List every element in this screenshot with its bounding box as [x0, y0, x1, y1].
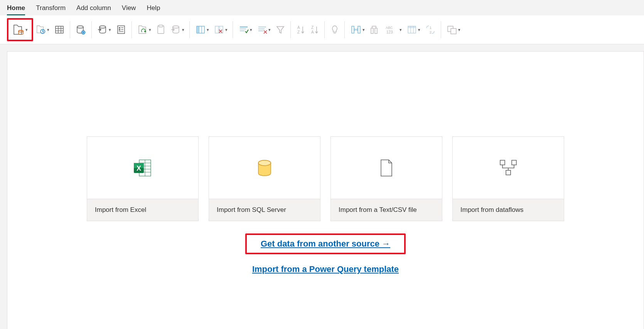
enter-data-button[interactable] [52, 20, 67, 39]
advanced-editor-icon [170, 24, 181, 35]
manage-connections-button[interactable]: ▾ [95, 20, 113, 39]
recent-sources-icon [35, 24, 46, 35]
ideas-button[interactable] [328, 20, 342, 39]
svg-point-8 [77, 26, 83, 28]
chevron-down-icon: ▾ [109, 27, 111, 32]
import-from-excel-label: Import from Excel [87, 199, 198, 221]
svg-text:123: 123 [386, 30, 393, 34]
svg-rect-18 [159, 25, 163, 27]
remove-rows-icon [257, 24, 268, 35]
data-type-icon: ABC 123 [385, 24, 399, 35]
tab-help[interactable]: Help [147, 4, 160, 15]
svg-rect-13 [119, 29, 120, 30]
svg-text:X: X [137, 164, 141, 172]
svg-point-61 [258, 160, 271, 166]
chevron-down-icon: ▾ [182, 27, 184, 32]
replace-values-icon: 1 2 [425, 24, 436, 35]
remove-columns-icon [214, 24, 224, 35]
database-settings-icon [76, 24, 86, 35]
keep-rows-icon [238, 24, 249, 35]
properties-button[interactable] [153, 20, 168, 39]
filter-icon [275, 25, 285, 35]
svg-text:Z: Z [297, 30, 300, 34]
sort-ascending-button[interactable]: A Z [294, 20, 308, 39]
use-first-row-headers-button[interactable]: ▾ [404, 20, 423, 39]
keep-rows-button[interactable]: ▾ [236, 20, 255, 39]
svg-rect-50 [451, 29, 456, 34]
import-from-sql-card[interactable]: Import from SQL Server [209, 136, 320, 221]
svg-rect-40 [375, 28, 377, 34]
svg-rect-44 [408, 26, 416, 28]
enter-data-icon [54, 24, 65, 35]
manage-parameters-button[interactable] [113, 20, 129, 39]
recent-sources-button[interactable]: ▾ [33, 20, 52, 39]
svg-text:Z: Z [311, 25, 314, 30]
lightbulb-icon [330, 24, 339, 35]
combine-icon [447, 24, 457, 35]
link-row: Get data from another source → Import fr… [7, 233, 644, 274]
chevron-down-icon: ▾ [268, 27, 271, 32]
sort-descending-button[interactable]: Z A [308, 20, 322, 39]
combine-button[interactable]: ▾ [444, 20, 463, 39]
svg-rect-21 [197, 26, 199, 33]
dataflows-icon [498, 159, 519, 177]
properties-icon [156, 24, 166, 35]
refresh-icon [137, 24, 148, 35]
import-from-sql-label: Import from SQL Server [209, 199, 320, 221]
svg-text:ABC: ABC [386, 26, 393, 30]
tab-transform[interactable]: Transform [36, 4, 66, 15]
group-by-icon [369, 24, 380, 35]
svg-rect-39 [371, 28, 373, 34]
group-by-button[interactable] [367, 20, 383, 39]
data-type-button[interactable]: ABC 123 ▾ [383, 20, 404, 39]
svg-rect-12 [119, 27, 120, 29]
replace-values-button[interactable]: 1 2 [423, 20, 438, 39]
sort-asc-icon: A Z [296, 24, 305, 35]
chevron-down-icon: ▾ [25, 27, 28, 32]
chevron-down-icon: ▾ [225, 27, 228, 32]
svg-text:A: A [311, 30, 314, 34]
svg-rect-64 [506, 170, 511, 175]
chevron-down-icon: ▾ [400, 27, 402, 32]
first-row-headers-icon [406, 24, 417, 35]
remove-columns-button[interactable]: ▾ [211, 20, 230, 39]
excel-icon: X [132, 158, 153, 178]
svg-rect-63 [512, 160, 516, 165]
refresh-button[interactable]: ▾ [135, 20, 153, 39]
import-pq-template-link[interactable]: Import from a Power Query template [252, 264, 399, 274]
split-column-icon [350, 24, 362, 35]
svg-rect-3 [56, 26, 63, 33]
tab-view[interactable]: View [122, 4, 136, 15]
import-from-dataflows-label: Import from dataflows [453, 199, 564, 221]
tab-bar: Home Transform Add column View Help [0, 0, 644, 15]
get-data-another-source-link[interactable]: Get data from another source → [261, 239, 390, 248]
import-from-csv-card[interactable]: Import from a Text/CSV file [330, 136, 442, 221]
chevron-down-icon: ▾ [207, 27, 209, 32]
import-card-row: X Import from Excel Import from SQL Serv… [7, 136, 644, 221]
ribbon: ▾ ▾ [0, 15, 644, 44]
advanced-editor-button[interactable]: ▾ [168, 20, 187, 39]
sort-desc-icon: Z A [310, 24, 319, 35]
text-file-icon [379, 158, 394, 178]
svg-text:1: 1 [430, 26, 432, 30]
svg-point-10 [99, 26, 106, 28]
chevron-down-icon: ▾ [250, 27, 252, 32]
canvas: X Import from Excel Import from SQL Serv… [7, 51, 644, 329]
filter-rows-button[interactable] [273, 20, 288, 39]
chevron-down-icon: ▾ [47, 27, 49, 32]
chevron-down-icon: ▾ [362, 27, 365, 32]
svg-point-19 [173, 26, 179, 28]
svg-text:2: 2 [430, 30, 432, 34]
import-from-excel-card[interactable]: X Import from Excel [87, 136, 199, 221]
svg-rect-62 [500, 160, 505, 165]
svg-text:A: A [297, 25, 300, 30]
options-button[interactable] [73, 20, 89, 39]
get-data-button[interactable]: ▾ [10, 20, 30, 39]
get-data-icon [12, 24, 25, 36]
import-from-dataflows-card[interactable]: Import from dataflows [452, 136, 564, 221]
split-column-button[interactable]: ▾ [348, 20, 367, 39]
choose-columns-button[interactable]: ▾ [193, 20, 211, 39]
tab-add-column[interactable]: Add column [76, 4, 111, 15]
tab-home[interactable]: Home [7, 4, 25, 15]
remove-rows-button[interactable]: ▾ [255, 20, 273, 39]
